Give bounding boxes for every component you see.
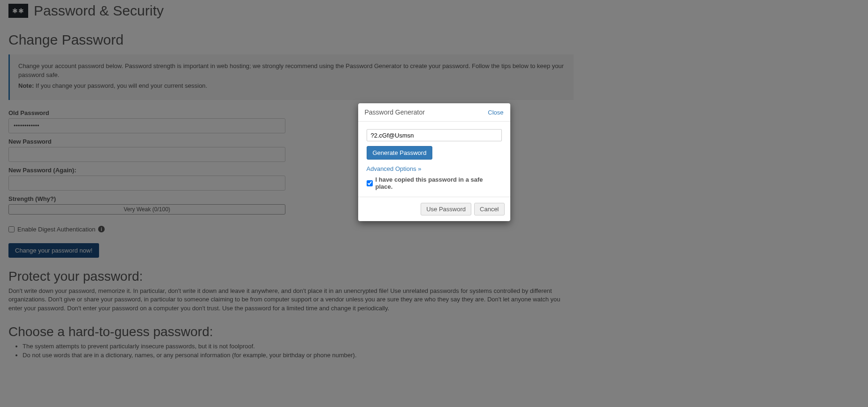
modal-header: Password Generator Close	[358, 103, 510, 122]
generate-password-button[interactable]: Generate Password	[367, 146, 433, 160]
modal-body: Generate Password Advanced Options » I h…	[358, 122, 510, 197]
copied-checkbox[interactable]	[367, 180, 373, 186]
modal-footer: Use Password Cancel	[358, 197, 510, 221]
cancel-button[interactable]: Cancel	[474, 203, 504, 215]
close-link[interactable]: Close	[488, 109, 503, 116]
modal-title: Password Generator	[365, 108, 425, 116]
password-generator-modal: Password Generator Close Generate Passwo…	[358, 103, 510, 221]
generated-password-input[interactable]	[367, 129, 502, 141]
advanced-options-link[interactable]: Advanced Options »	[367, 165, 502, 172]
copied-label: I have copied this password in a safe pl…	[376, 176, 502, 190]
use-password-button[interactable]: Use Password	[421, 203, 471, 215]
copied-row: I have copied this password in a safe pl…	[367, 176, 502, 190]
